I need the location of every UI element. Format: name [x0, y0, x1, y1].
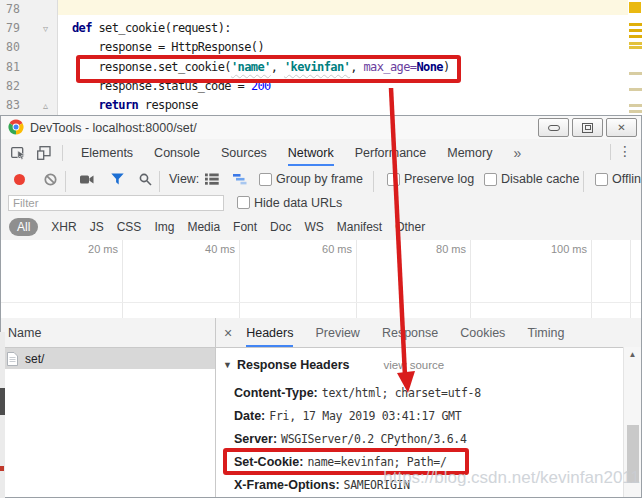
code-token: response.status_code = [72, 79, 251, 93]
tab-network[interactable]: Network [288, 139, 334, 166]
scrollbar-thumb[interactable] [627, 425, 639, 483]
requests-panel: Name set/ [1, 318, 216, 497]
network-toolbar: View: Group by frame Preserve log [1, 166, 641, 193]
preserve-log-checkbox[interactable] [387, 166, 400, 192]
scrollbar-marker [0, 466, 4, 471]
chip-font[interactable]: Font [233, 220, 257, 234]
close-detail-icon[interactable]: × [224, 325, 232, 341]
show-overview-button[interactable] [233, 166, 248, 192]
filter-row: Hide data URLs [1, 192, 641, 214]
timeline-gridline [591, 240, 592, 318]
capture-screenshots-button[interactable] [80, 166, 94, 192]
disable-cache-checkbox[interactable] [484, 166, 497, 192]
page-scrollbar-thumb[interactable] [0, 388, 5, 415]
editor-gutter: 78 79 80 81 82 83 ▿ ▵ [0, 0, 58, 115]
filter-toggle-button[interactable] [111, 166, 124, 192]
current-line-highlight [58, 0, 628, 15]
code-token: , [271, 60, 284, 74]
tab-cookies[interactable]: Cookies [460, 318, 505, 347]
tab-response[interactable]: Response [382, 318, 438, 347]
clear-button[interactable] [44, 166, 57, 192]
page-scrollbar-track[interactable] [0, 332, 5, 498]
tab-memory[interactable]: Memory [447, 139, 492, 166]
timeline-divider [1, 302, 641, 303]
timeline-tick-label: 40 ms [175, 243, 235, 255]
code-token: 200 [251, 79, 271, 93]
tab-elements[interactable]: Elements [81, 139, 133, 166]
response-header-row: Content-Type:text/html; charset=utf-8 [234, 386, 481, 400]
response-headers-section-header[interactable]: ▼ Response Headers view source [223, 358, 444, 372]
tab-headers[interactable]: Headers [246, 318, 293, 347]
fold-marker-icon[interactable]: ▵ [43, 96, 48, 115]
main-tabs: Elements Console Sources Network Perform… [81, 139, 521, 166]
chip-manifest[interactable]: Manifest [337, 220, 382, 234]
document-icon [7, 352, 18, 366]
fold-marker-icon[interactable]: ▿ [43, 19, 48, 38]
timeline-gridline [122, 240, 123, 318]
inspect-element-icon[interactable] [11, 145, 26, 160]
group-by-frame-checkbox[interactable] [259, 166, 272, 192]
chip-img[interactable]: Img [154, 220, 174, 234]
tab-preview[interactable]: Preview [315, 318, 359, 347]
error-stripe-marker [629, 88, 642, 91]
detail-tabs: × Headers Preview Response Cookies Timin… [216, 318, 641, 348]
line-number: 81 [6, 58, 46, 77]
separator [583, 171, 584, 193]
error-stripe-marker [629, 35, 642, 38]
hide-data-urls-checkbox[interactable] [237, 192, 250, 213]
tab-sources[interactable]: Sources [221, 139, 267, 166]
search-button[interactable] [139, 166, 152, 192]
code-token: response.set_cookie( [72, 60, 231, 74]
section-title: Response Headers [237, 358, 350, 372]
checkbox-icon [237, 196, 250, 209]
close-button[interactable]: ✕ [606, 118, 637, 137]
line-number: 80 [6, 38, 46, 57]
code-line: def set_cookie(request): [58, 19, 628, 38]
name-column-header[interactable]: Name [1, 318, 215, 348]
disclosure-triangle-icon: ▼ [223, 360, 232, 370]
checkbox-icon [259, 173, 272, 186]
chip-other[interactable]: Other [395, 220, 425, 234]
minimize-button[interactable] [538, 118, 569, 137]
network-overview-timeline[interactable]: 20 ms 40 ms 60 ms 80 ms 100 ms [1, 240, 641, 319]
chip-js[interactable]: JS [90, 220, 104, 234]
tab-console[interactable]: Console [154, 139, 200, 166]
chip-ws[interactable]: WS [304, 220, 323, 234]
hide-data-urls-label: Hide data URLs [254, 192, 342, 213]
view-source-link[interactable]: view source [383, 359, 444, 371]
tab-performance[interactable]: Performance [355, 139, 427, 166]
chip-doc[interactable]: Doc [270, 220, 291, 234]
chip-xhr[interactable]: XHR [51, 220, 76, 234]
request-row-set[interactable]: set/ [1, 348, 215, 369]
detail-scrollbar[interactable]: ▲ [623, 347, 641, 497]
more-tabs-chevron[interactable]: » [513, 139, 521, 166]
checkbox-icon [595, 173, 608, 186]
line-number: 79 [6, 19, 46, 38]
header-name: Content-Type: [234, 386, 318, 400]
response-header-row-set-cookie: Set-Cookie:name=kevinfan; Path=/ [234, 455, 447, 469]
scroll-up-icon[interactable]: ▲ [624, 350, 641, 359]
code-token: ) [443, 60, 450, 74]
record-button[interactable] [14, 166, 25, 192]
checkbox-icon [484, 173, 497, 186]
offline-checkbox[interactable] [595, 166, 608, 192]
code-token: response = HttpResponse() [72, 40, 264, 54]
error-stripe-marker [629, 104, 642, 107]
maximize-button[interactable] [572, 118, 603, 137]
error-stripe-marker [629, 23, 642, 26]
chip-all[interactable]: All [9, 218, 38, 236]
minimize-icon [548, 125, 560, 131]
preserve-log-label: Preserve log [404, 166, 474, 192]
tab-timing[interactable]: Timing [527, 318, 564, 347]
separator [159, 171, 160, 193]
code-token: , [350, 60, 363, 74]
more-options-icon[interactable]: ⋮ [618, 143, 632, 159]
response-header-row: X-Frame-Options:SAMEORIGIN [234, 478, 410, 492]
chip-media[interactable]: Media [187, 220, 220, 234]
response-header-row: Date:Fri, 17 May 2019 03:41:17 GMT [234, 409, 461, 423]
chip-css[interactable]: CSS [117, 220, 142, 234]
separator [62, 145, 63, 161]
filter-input[interactable] [8, 195, 224, 211]
use-large-rows-button[interactable] [205, 166, 219, 192]
toggle-device-toolbar-icon[interactable] [37, 146, 51, 160]
